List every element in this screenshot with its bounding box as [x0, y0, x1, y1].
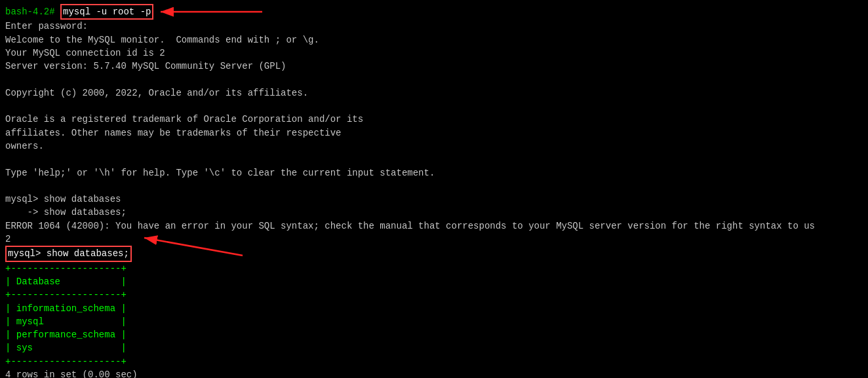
table-header: | Database |: [5, 275, 863, 288]
table-row-2: | mysql |: [5, 315, 863, 328]
table-bottom-border: +--------------------+: [5, 355, 863, 368]
output-line-11: [5, 153, 863, 166]
table-header-border: +--------------------+: [5, 288, 863, 301]
output-line-6: Copyright (c) 2000, 2022, Oracle and/or …: [5, 86, 863, 100]
output-line-3: Your MySQL connection id is 2: [5, 47, 863, 60]
output-line-10: owners.: [5, 140, 863, 153]
first-command-line: bash-4.2# mysql -u root -p: [5, 4, 863, 20]
output-line-16: 2: [5, 233, 863, 246]
output-line-2: Welcome to the MySQL monitor. Commands e…: [5, 33, 863, 47]
table-row-3: | performance_schema |: [5, 328, 863, 341]
output-line-14: mysql> show databases: [5, 193, 863, 206]
output-line-13: [5, 180, 863, 193]
output-line-15: -> show databases;: [5, 206, 863, 219]
table-row-4: | sys |: [5, 341, 863, 354]
table-row-1: | information_schema |: [5, 302, 863, 315]
table-top-border: +--------------------+: [5, 262, 863, 275]
output-line-7: [5, 100, 863, 113]
output-line-error: ERROR 1064 (42000): You have an error in…: [5, 219, 863, 233]
second-command-line: mysql> show databases;: [5, 246, 863, 261]
bash-prompt: bash-4.2#: [5, 5, 55, 18]
output-line-1: Enter password:: [5, 20, 863, 33]
second-command: mysql> show databases;: [5, 246, 132, 261]
terminal-window: bash-4.2# mysql -u root -p Enter passwor…: [0, 0, 868, 378]
output-line-8: Oracle is a registered trademark of Orac…: [5, 113, 863, 126]
output-line-5: [5, 73, 863, 86]
output-line-12: Type 'help;' or '\h' for help. Type '\c'…: [5, 166, 863, 180]
output-line-4: Server version: 5.7.40 MySQL Community S…: [5, 60, 863, 73]
first-command: mysql -u root -p: [60, 4, 153, 20]
rows-count: 4 rows in set (0.00 sec): [5, 368, 863, 378]
output-line-9: affiliates. Other names may be trademark…: [5, 126, 863, 140]
